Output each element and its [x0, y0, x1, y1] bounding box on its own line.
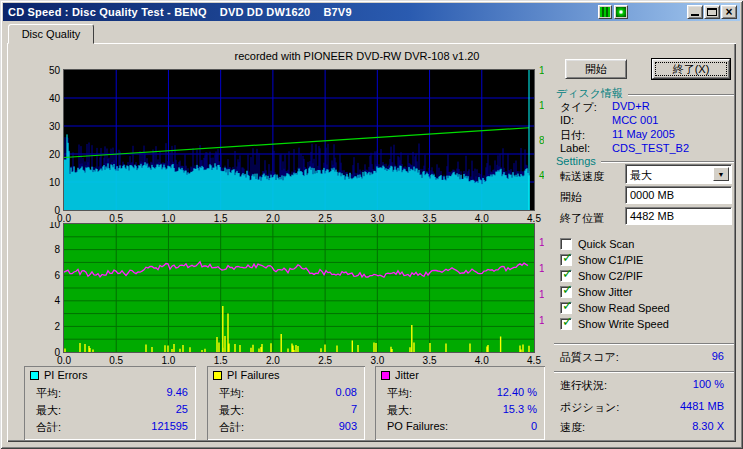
checkbox-box[interactable]: ✓	[560, 302, 572, 314]
disc-id-value: MCC 001	[612, 114, 658, 126]
speed-row: 速度: 8.30 X	[560, 420, 724, 433]
graph-icon	[600, 7, 610, 17]
svg-text:3.0: 3.0	[370, 213, 384, 222]
disc-label-row: Label: CDS_TEST_B2	[560, 142, 730, 155]
svg-text:1.0: 1.0	[161, 355, 175, 366]
disc-info-title: ディスク情報	[556, 86, 623, 101]
checkbox-label: Show Write Speed	[578, 318, 669, 330]
end-position-field[interactable]: 4482 MB	[625, 207, 732, 225]
speed-value: 8.30 X	[692, 420, 724, 432]
checkbox-label: Show C1/PIE	[578, 254, 643, 266]
legend-title: PI Errors	[44, 369, 87, 381]
legend-value: 0.08	[336, 386, 357, 400]
legend-value: 15.3 %	[503, 403, 537, 417]
legend-value: 121595	[151, 420, 188, 434]
pi-failures-legend: PI Failures 平均: 0.08 最大: 7 合計: 903	[207, 366, 365, 440]
titlebar-graph-button[interactable]	[598, 5, 612, 19]
chart-caption: recorded with PIONEER DVD-RW DVR-108 v1.…	[162, 50, 552, 62]
checkbox-quick-scan[interactable]: ✓ Quick Scan	[560, 237, 634, 251]
svg-text:30: 30	[49, 121, 61, 132]
legend-title: PI Failures	[227, 369, 280, 381]
svg-text:0.5: 0.5	[109, 213, 123, 222]
svg-text:50: 50	[49, 65, 61, 76]
legend-row: 平均: 0.08	[219, 386, 357, 400]
svg-text:16: 16	[539, 65, 544, 76]
svg-text:3.5: 3.5	[423, 213, 437, 222]
svg-text:2.0: 2.0	[266, 355, 280, 366]
svg-text:2.5: 2.5	[318, 355, 332, 366]
divider	[554, 371, 734, 373]
maximize-button[interactable]	[704, 5, 720, 19]
check-icon: ✓	[562, 283, 573, 296]
check-icon: ✓	[562, 267, 573, 280]
svg-text:16: 16	[539, 237, 544, 248]
checkbox-show-c2-pif[interactable]: ✓ Show C2/PIF	[560, 269, 643, 283]
end-position-label: 終了位置	[560, 211, 604, 226]
titlebar: CD Speed : Disc Quality Test - BENQ DVD …	[3, 3, 740, 21]
speed-label: 速度:	[560, 420, 585, 435]
svg-text:0.5: 0.5	[109, 355, 123, 366]
svg-text:4: 4	[539, 170, 544, 181]
disc-icon	[616, 7, 626, 17]
progress-label: 進行状況:	[560, 378, 607, 393]
maximize-icon	[707, 8, 717, 16]
close-button[interactable]: ×	[721, 5, 737, 19]
legend-value: 9.46	[167, 386, 188, 400]
legend-label: 合計:	[36, 420, 61, 434]
position-row: ポジション: 4481 MB	[560, 400, 724, 413]
app-window: CD Speed : Disc Quality Test - BENQ DVD …	[0, 0, 743, 449]
legend-label: 最大:	[387, 403, 412, 417]
svg-text:1.5: 1.5	[214, 213, 228, 222]
svg-text:40: 40	[49, 93, 61, 104]
svg-text:10: 10	[49, 177, 61, 188]
checkbox-box[interactable]: ✓	[560, 238, 572, 250]
start-position-label: 開始	[560, 190, 582, 205]
legend-row: 合計: 121595	[36, 420, 188, 434]
progress-value: 100 %	[693, 378, 724, 390]
tab-disc-quality[interactable]: Disc Quality	[8, 24, 94, 44]
disc-type-row: タイプ: DVD+R	[560, 100, 730, 113]
minimize-button[interactable]	[687, 5, 703, 19]
check-icon: ✓	[562, 315, 573, 328]
checkbox-box[interactable]: ✓	[560, 286, 572, 298]
checkbox-label: Show Read Speed	[578, 302, 670, 314]
checkbox-show-write-speed[interactable]: ✓ Show Write Speed	[560, 317, 669, 331]
checkbox-box[interactable]: ✓	[560, 318, 572, 330]
start-button[interactable]: 開始	[565, 59, 627, 79]
svg-text:4.0: 4.0	[475, 355, 489, 366]
divider	[628, 94, 734, 96]
transfer-speed-value: 最大	[630, 168, 652, 183]
svg-text:0.0: 0.0	[57, 213, 71, 222]
check-icon: ✓	[562, 251, 573, 264]
legend-row: PO Failures: 0	[387, 420, 537, 434]
legend-label: 最大:	[36, 403, 61, 417]
legend-value: 7	[351, 403, 357, 417]
checkbox-show-c1-pie[interactable]: ✓ Show C1/PIE	[560, 253, 643, 267]
svg-text:2.0: 2.0	[266, 213, 280, 222]
divider	[601, 161, 734, 163]
titlebar-disc-button[interactable]	[614, 5, 628, 19]
legend-header: Jitter	[381, 369, 419, 381]
start-position-field[interactable]: 0000 MB	[625, 186, 732, 204]
checkbox-show-jitter[interactable]: ✓ Show Jitter	[560, 285, 632, 299]
jitter-swatch	[381, 371, 390, 380]
transfer-speed-select[interactable]: 最大 ▼	[625, 164, 732, 184]
svg-text:4: 4	[54, 295, 60, 306]
disc-id-row: ID: MCC 001	[560, 114, 730, 127]
disc-date-row: 日付: 11 May 2005	[560, 128, 730, 141]
checkbox-show-read-speed[interactable]: ✓ Show Read Speed	[560, 301, 670, 315]
svg-text:4.5: 4.5	[527, 355, 541, 366]
disc-type-label: タイプ:	[560, 100, 597, 115]
exit-button[interactable]: 終了(X)	[652, 59, 730, 79]
checkbox-box[interactable]: ✓	[560, 254, 572, 266]
jitter-legend: Jitter 平均: 12.40 % 最大: 15.3 % PO Failure…	[375, 366, 545, 440]
legend-value: 903	[339, 420, 357, 434]
checkbox-box[interactable]: ✓	[560, 270, 572, 282]
dropdown-arrow-button[interactable]: ▼	[713, 167, 729, 181]
check-icon: ✓	[562, 299, 573, 312]
legend-row: 最大: 15.3 %	[387, 403, 537, 417]
legend-label: 合計:	[219, 420, 244, 434]
settings-title: Settings	[556, 155, 596, 167]
disc-info-header: ディスク情報	[556, 86, 734, 101]
svg-text:8: 8	[54, 244, 60, 255]
